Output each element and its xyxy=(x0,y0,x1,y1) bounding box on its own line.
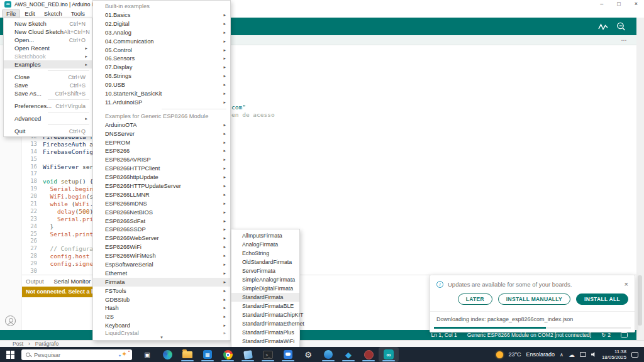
tab-output[interactable]: Output xyxy=(26,278,44,285)
tray-temperature[interactable]: 23°C xyxy=(508,351,521,358)
install-manually-button[interactable]: INSTALL MANUALLY xyxy=(498,293,570,305)
file-menu-item[interactable]: Preferences... Ctrl+Vírgula xyxy=(4,102,92,110)
menu-bar-item[interactable]: File xyxy=(3,9,19,18)
firmata-menu-item[interactable]: StandardFirmata xyxy=(231,293,299,302)
examples-menu-item[interactable]: FSTools xyxy=(93,287,230,295)
close-button[interactable]: × xyxy=(635,1,638,7)
examples-menu-item[interactable]: GDBStub xyxy=(93,295,230,304)
firmata-menu-item[interactable]: AnalogFirmata xyxy=(231,240,299,249)
file-menu-item[interactable]: Advanced xyxy=(4,114,92,123)
file-menu-item[interactable]: Close Ctrl+W xyxy=(4,73,92,81)
examples-menu-item[interactable]: ESP8266WiFiMesh xyxy=(93,251,230,260)
account-icon[interactable] xyxy=(5,315,16,326)
examples-menu-item[interactable]: ESP8266httpUpdate xyxy=(93,173,230,182)
network-icon[interactable] xyxy=(580,352,586,357)
examples-menu-item[interactable]: Firmata xyxy=(93,278,230,287)
blue-app-icon[interactable] xyxy=(318,347,338,362)
examples-menu-item[interactable]: ESP8266NetBIOS xyxy=(93,208,230,217)
examples-menu-item[interactable]: 03.Analog xyxy=(93,28,230,37)
examples-menu-item[interactable]: ESP8266LLMNR xyxy=(93,190,230,199)
later-button[interactable]: LATER xyxy=(458,293,492,305)
settings-icon[interactable]: ⚙ xyxy=(298,347,318,362)
file-menu-item[interactable]: Quit Ctrl+Q xyxy=(4,127,92,135)
file-menu-item[interactable]: Open... Ctrl+O xyxy=(4,36,92,44)
tab-serial-monitor[interactable]: Serial Monitor × xyxy=(54,278,98,285)
examples-menu-item[interactable]: ESP8266SdFat xyxy=(93,217,230,226)
firmata-menu-item[interactable]: StandardFirmataChipKIT xyxy=(231,310,299,319)
examples-menu-item[interactable]: Ethernet xyxy=(93,269,230,278)
maximize-button[interactable]: □ xyxy=(617,1,620,7)
terminal-icon[interactable]: >_ xyxy=(258,347,278,362)
tab-more-actions[interactable]: ⋯ xyxy=(621,37,628,43)
examples-menu-item[interactable]: Hash xyxy=(93,304,230,313)
examples-menu-item[interactable]: ESP8266WiFi xyxy=(93,243,230,251)
examples-menu-item[interactable]: I2S xyxy=(93,312,230,321)
edge-icon[interactable] xyxy=(157,347,177,362)
file-menu-item[interactable]: Open Recent xyxy=(4,44,92,52)
search-input[interactable] xyxy=(34,351,117,358)
photos-icon[interactable] xyxy=(238,347,258,362)
examples-menu-item[interactable]: ESP8266WebServer xyxy=(93,234,230,243)
examples-menu-item[interactable]: 11.ArduinoISP xyxy=(93,98,230,107)
node-red-icon[interactable] xyxy=(358,347,379,362)
serial-plotter-icon[interactable] xyxy=(598,23,608,31)
examples-menu-item[interactable]: Keyboard xyxy=(93,321,230,330)
file-menu-item[interactable]: Save Ctrl+S xyxy=(4,81,92,89)
examples-menu-item[interactable]: ESP8266HTTPUpdateServer xyxy=(93,182,230,190)
diamond-app-icon[interactable]: ◆ xyxy=(338,347,358,362)
menu-bar-item[interactable]: Tools xyxy=(67,9,89,18)
store-icon[interactable]: ▦ xyxy=(197,347,218,362)
board-status[interactable]: Generic ESP8266 Module on COM2 [not conn… xyxy=(467,332,592,338)
firmata-menu-item[interactable]: StandardFirmataWiFi xyxy=(231,337,299,346)
examples-menu-item[interactable]: ESP8266 xyxy=(93,146,230,155)
examples-menu-item[interactable]: 02.Digital xyxy=(93,19,230,28)
examples-menu-item[interactable]: 04.Communication xyxy=(93,37,230,46)
firmata-menu-item[interactable]: OldStandardFirmata xyxy=(231,258,299,266)
tray-condition[interactable]: Ensolarado xyxy=(526,351,555,358)
examples-menu-item[interactable]: ESP8266mDNS xyxy=(93,199,230,208)
examples-menu-item[interactable]: 09.USB xyxy=(93,80,230,89)
file-menu-item[interactable]: New Cloud Sketch Alt+Ctrl+N xyxy=(4,28,92,36)
arduino-icon[interactable]: ∞ xyxy=(379,347,399,362)
scroll-down-icon[interactable]: ▾ xyxy=(93,335,230,340)
examples-menu-item[interactable]: 01.Basics xyxy=(93,11,230,19)
sync-icon[interactable]: ↻ xyxy=(601,332,606,338)
firmata-menu-item[interactable]: StandardFirmataEthernet xyxy=(231,319,299,328)
cloud-icon[interactable]: ☁ xyxy=(569,351,575,358)
examples-menu-item[interactable]: ESP8266AVRISP xyxy=(93,155,230,164)
examples-menu-item[interactable]: ESP8266SSDP xyxy=(93,225,230,234)
examples-menu-item[interactable]: DNSServer xyxy=(93,129,230,138)
chat-icon[interactable] xyxy=(278,347,298,362)
examples-menu-item[interactable]: ESP8266HTTPClient xyxy=(93,164,230,173)
file-explorer-icon[interactable] xyxy=(177,347,197,362)
firmata-menu-item[interactable]: SimpleAnalogFirmata xyxy=(231,275,299,284)
minimize-button[interactable]: – xyxy=(600,1,603,7)
firmata-menu-item[interactable]: EchoString xyxy=(231,249,299,258)
notification-center-icon[interactable] xyxy=(631,352,638,358)
examples-menu-item[interactable]: 10.StarterKit_BasicKit xyxy=(93,89,230,98)
examples-menu-item[interactable]: ArduinoOTA xyxy=(93,121,230,129)
file-menu-item[interactable]: New Sketch Ctrl+N xyxy=(4,19,92,28)
firmata-menu-item[interactable]: StandardFirmataBLE xyxy=(231,302,299,310)
examples-menu-item[interactable]: 07.Display xyxy=(93,63,230,72)
firmata-menu-item[interactable]: SimpleDigitalFirmata xyxy=(231,284,299,293)
firmata-menu-item[interactable]: StandardFirmataPlus xyxy=(231,328,299,337)
taskbar-search[interactable]: ✦ ✦ xyxy=(21,349,132,360)
task-view-icon[interactable]: ▣ xyxy=(137,347,157,362)
examples-menu-item[interactable]: 05.Control xyxy=(93,46,230,55)
examples-menu-item[interactable]: 06.Sensors xyxy=(93,54,230,63)
board-icon[interactable] xyxy=(621,332,628,337)
file-menu-item[interactable]: Examples xyxy=(4,60,92,69)
examples-menu-item[interactable]: 08.Strings xyxy=(93,72,230,80)
editor-scrollbar[interactable] xyxy=(636,18,644,340)
start-button[interactable] xyxy=(6,351,14,359)
firmata-menu-item[interactable]: AllInputsFirmata xyxy=(231,231,299,240)
menu-bar-item[interactable]: Edit xyxy=(21,9,38,18)
examples-menu-item[interactable]: EspSoftwareSerial xyxy=(93,260,230,269)
examples-menu-item[interactable]: EEPROM xyxy=(93,138,230,147)
menu-bar-item[interactable]: Sketch xyxy=(40,9,66,18)
chrome-icon[interactable] xyxy=(218,347,238,362)
speaker-icon[interactable] xyxy=(591,352,597,358)
file-menu-item[interactable]: Sketchbook xyxy=(4,52,92,60)
install-all-button[interactable]: INSTALL ALL xyxy=(576,293,628,305)
